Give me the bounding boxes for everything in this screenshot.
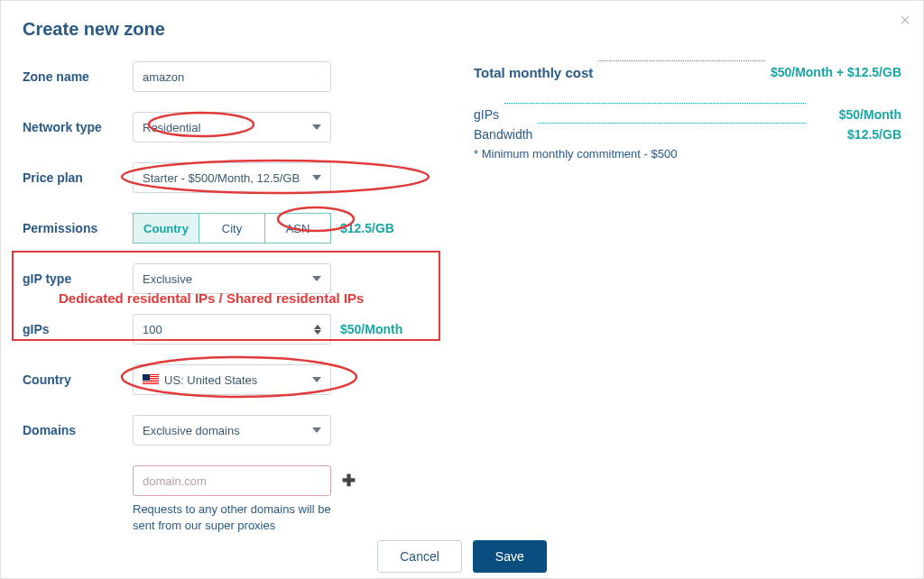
zone-name-value: amazon: [143, 70, 184, 84]
modal-footer: Cancel Save: [23, 534, 901, 578]
domains-value: Exclusive domains: [143, 424, 240, 437]
gips-cost-value: $50/Month: [811, 107, 901, 122]
min-commitment-note: * Minimum monthly commitment - $500: [474, 147, 901, 161]
zone-name-input[interactable]: amazon: [133, 61, 331, 92]
cost-summary: Total monthly cost $50/Month + $12.5/GB …: [474, 61, 901, 534]
permissions-price: $12.5/GB: [340, 221, 394, 235]
network-type-value: Residential: [143, 121, 200, 134]
create-zone-modal: × Create new zone Zone name amazon Netwo…: [0, 0, 924, 579]
country-value: US: United States: [164, 373, 257, 387]
chevron-down-icon: [312, 175, 321, 180]
cancel-button[interactable]: Cancel: [377, 540, 462, 573]
permissions-segmented: Country City ASN: [133, 213, 331, 244]
zone-name-label: Zone name: [23, 69, 133, 84]
modal-body: Zone name amazon Network type Residentia…: [23, 61, 901, 534]
annotation-text: Dedicated residental IPs / Shared reside…: [59, 290, 364, 306]
permissions-label: Permissions: [23, 221, 133, 235]
chevron-down-icon: [312, 377, 321, 382]
permissions-tab-asn[interactable]: ASN: [265, 214, 330, 243]
network-type-label: Network type: [23, 120, 133, 134]
bw-cost-label: Bandwidth: [474, 127, 532, 142]
close-icon[interactable]: ×: [900, 10, 910, 31]
chevron-down-icon: [312, 427, 321, 433]
total-cost-label: Total monthly cost: [474, 65, 593, 80]
price-plan-label: Price plan: [23, 170, 133, 185]
domain-input[interactable]: domain.com: [133, 465, 331, 496]
permissions-tab-city[interactable]: City: [199, 214, 265, 243]
flag-us-icon: [143, 374, 159, 385]
price-plan-value: Starter - $500/Month, 12.5/GB: [143, 171, 300, 185]
gips-cost-label: gIPs: [474, 107, 499, 122]
country-label: Country: [23, 372, 133, 387]
network-type-select[interactable]: Residential: [133, 112, 331, 142]
save-button[interactable]: Save: [473, 540, 547, 573]
domains-label: Domains: [23, 423, 133, 437]
permissions-tab-country[interactable]: Country: [134, 214, 199, 243]
price-plan-select[interactable]: Starter - $500/Month, 12.5/GB: [133, 162, 331, 193]
bw-cost-value: $12.5/GB: [811, 127, 901, 142]
domains-select[interactable]: Exclusive domains: [133, 415, 331, 446]
dots-separator: [538, 123, 806, 124]
chevron-down-icon: [312, 124, 321, 130]
domains-hint: Requests to any other domains will be se…: [133, 501, 349, 534]
total-cost-value: $50/Month + $12.5/GB: [771, 65, 901, 79]
form-column: Zone name amazon Network type Residentia…: [23, 61, 438, 534]
country-select[interactable]: US: United States: [133, 364, 331, 395]
dots-separator: [598, 60, 765, 61]
domain-placeholder: domain.com: [143, 474, 207, 488]
modal-title: Create new zone: [23, 19, 901, 40]
add-domain-icon[interactable]: ✚: [342, 471, 356, 491]
dots-separator: [504, 103, 806, 104]
